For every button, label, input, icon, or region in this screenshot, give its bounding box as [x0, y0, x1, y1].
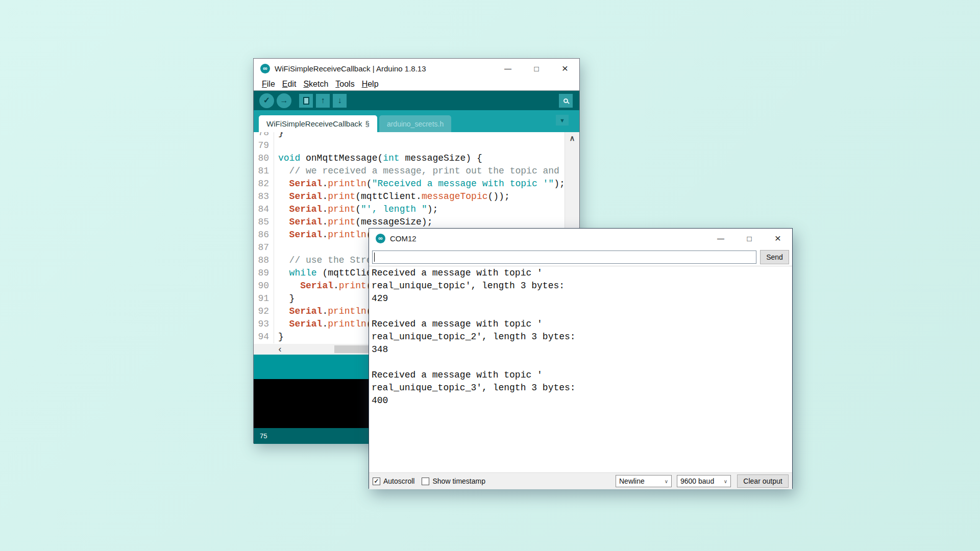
serial-output-line: 400 [372, 394, 792, 407]
ide-window-controls: — □ × [494, 59, 579, 78]
code-line: 85 Serial.print(messageSize); [254, 216, 579, 229]
code-line: 78} [254, 132, 579, 139]
line-number: 94 [254, 331, 274, 343]
minimize-icon[interactable]: — [494, 59, 522, 78]
line-number: 92 [254, 305, 274, 318]
baud-rate-select[interactable]: 9600 baud ∨ [677, 475, 731, 487]
line-number: 80 [254, 152, 274, 165]
line-number: 78 [254, 132, 274, 139]
serial-window-controls: — □ × [706, 229, 792, 248]
code-text [274, 241, 278, 254]
serial-title-bar: ∞ COM12 — □ × [369, 229, 792, 248]
code-text: Serial.print("', length "); [274, 203, 438, 216]
code-text: // use the Stre [274, 254, 372, 267]
upload-button[interactable]: → [277, 93, 291, 108]
maximize-icon[interactable]: □ [735, 229, 764, 248]
code-text: Serial.print( [274, 280, 372, 292]
baud-rate-value: 9600 baud [680, 477, 714, 485]
code-text: void onMqttMessage(int messageSize) { [274, 152, 482, 165]
serial-output-line: Received a message with topic ' [372, 369, 792, 382]
arduino-logo-icon: ∞ [376, 234, 385, 243]
save-sketch-button[interactable]: ↓ [333, 94, 347, 108]
tab-wifisimplereceivecallback[interactable]: WiFiSimpleReceiveCallback § [259, 115, 377, 132]
new-sketch-button[interactable] [299, 94, 313, 108]
serial-output-area[interactable]: Received a message with topic 'real_uniq… [369, 266, 792, 472]
ide-tab-bar: WiFiSimpleReceiveCallback § arduino_secr… [254, 110, 579, 132]
code-text: Serial.println( [274, 318, 372, 331]
clear-output-button[interactable]: Clear output [737, 474, 789, 488]
code-text: Serial.println( [274, 229, 372, 241]
line-ending-select[interactable]: Newline ∨ [616, 475, 672, 487]
tab-modified-marker: § [365, 119, 370, 128]
maximize-icon[interactable]: □ [522, 59, 551, 78]
serial-input-field[interactable] [372, 251, 756, 264]
menu-tools[interactable]: Tools [332, 80, 358, 89]
menu-help[interactable]: Help [358, 80, 382, 89]
autoscroll-label: Autoscroll [383, 477, 414, 485]
serial-output-line: real_unique_topic', length 3 bytes: [372, 280, 792, 292]
magnifier-icon [564, 98, 568, 103]
close-icon[interactable]: × [764, 229, 792, 248]
check-icon: ✓ [263, 96, 270, 105]
menu-file[interactable]: File [258, 80, 279, 89]
serial-output-line: real_unique_topic_3', length 3 bytes: [372, 382, 792, 394]
open-sketch-button[interactable]: ↑ [316, 94, 330, 108]
tab-label: WiFiSimpleReceiveCallback [266, 119, 362, 128]
code-text: } [274, 292, 295, 305]
code-line: 80void onMqttMessage(int messageSize) { [254, 152, 579, 165]
line-number: 91 [254, 292, 274, 305]
menu-edit[interactable]: Edit [279, 80, 300, 89]
line-number: 87 [254, 241, 274, 254]
serial-window-title: COM12 [390, 234, 416, 243]
minimize-icon[interactable]: — [706, 229, 735, 248]
arduino-logo-icon: ∞ [260, 64, 270, 73]
serial-output-line: 429 [372, 292, 792, 305]
current-line-number: 75 [260, 432, 267, 440]
ide-window-title: WiFiSimpleReceiveCallback | Arduino 1.8.… [275, 64, 426, 73]
chevron-down-icon: ∨ [724, 479, 727, 484]
tab-arduino-secrets-h[interactable]: arduino_secrets.h [379, 115, 451, 132]
code-text [274, 139, 278, 152]
text-caret [374, 253, 375, 262]
line-number: 85 [254, 216, 274, 229]
serial-monitor-button[interactable] [559, 94, 573, 108]
line-ending-value: Newline [619, 477, 645, 485]
code-text: Serial.println( [274, 305, 372, 318]
line-number: 86 [254, 229, 274, 241]
tab-label: arduino_secrets.h [387, 120, 444, 128]
code-line: 81 // we received a message, print out t… [254, 165, 579, 178]
close-icon[interactable]: × [551, 59, 579, 78]
down-arrow-icon: ↓ [338, 96, 342, 105]
serial-bottom-bar: ✓ Autoscroll Show timestamp Newline ∨ 96… [369, 472, 792, 489]
right-arrow-icon: → [280, 96, 288, 105]
code-line: 84 Serial.print("', length "); [254, 203, 579, 216]
line-number: 82 [254, 178, 274, 190]
code-line: 82 Serial.println("Received a message wi… [254, 178, 579, 190]
show-timestamp-checkbox[interactable] [422, 478, 429, 485]
line-number: 81 [254, 165, 274, 178]
verify-button[interactable]: ✓ [259, 93, 274, 108]
serial-output-line [372, 356, 792, 369]
up-arrow-icon: ↑ [321, 96, 325, 105]
code-text: } [274, 132, 284, 139]
tab-list-dropdown-button[interactable]: ▼ [556, 115, 569, 126]
code-text: // we received a message, print out the … [274, 165, 571, 178]
line-number: 89 [254, 267, 274, 280]
send-button[interactable]: Send [760, 250, 789, 264]
scroll-left-icon[interactable]: ‹ [275, 344, 285, 355]
code-text: Serial.print(messageSize); [274, 216, 432, 229]
serial-output-line: Received a message with topic ' [372, 318, 792, 331]
code-text: } [274, 331, 284, 343]
menu-sketch[interactable]: Sketch [300, 80, 332, 89]
autoscroll-checkbox[interactable]: ✓ [373, 478, 380, 485]
ide-title-bar: ∞ WiFiSimpleReceiveCallback | Arduino 1.… [254, 59, 579, 78]
line-number: 83 [254, 190, 274, 203]
show-timestamp-label: Show timestamp [432, 477, 485, 485]
line-number: 79 [254, 139, 274, 152]
ide-toolbar: ✓ → ↑ ↓ [254, 91, 579, 110]
serial-output-line [372, 305, 792, 318]
code-text: while (mqttClie [274, 267, 372, 280]
code-line: 83 Serial.print(mqttClient.messageTopic(… [254, 190, 579, 203]
serial-output-line: real_unique_topic_2', length 3 bytes: [372, 331, 792, 343]
line-number: 88 [254, 254, 274, 267]
